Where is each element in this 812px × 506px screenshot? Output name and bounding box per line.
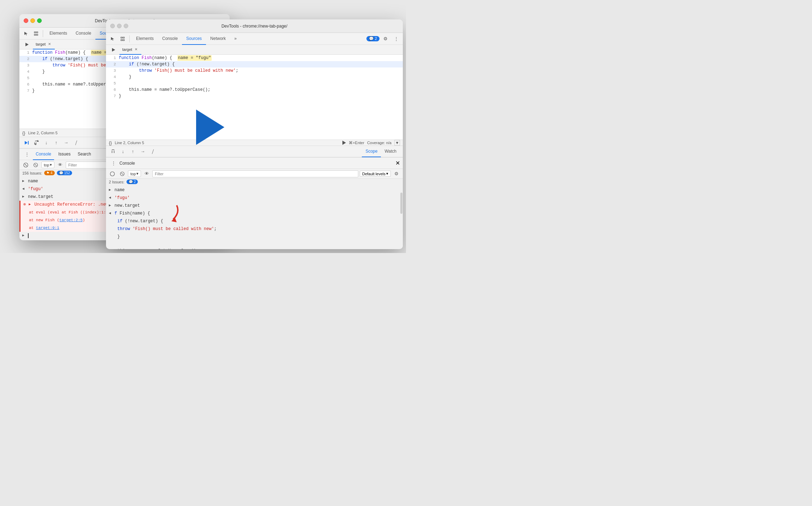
svg-rect-13 — [121, 37, 122, 38]
tab-bar-2: target ✕ — [106, 45, 403, 55]
run-icon-sm-2 — [342, 141, 346, 145]
cursor-icon-2[interactable] — [108, 34, 117, 43]
file-tab-close-2[interactable]: ✕ — [134, 47, 139, 52]
deactivate-icon-2[interactable]: ⧸ — [148, 147, 157, 156]
tab-console-1[interactable]: Console — [71, 28, 95, 40]
toolbar-right-2: 💬 2 ⚙ ⋮ — [366, 34, 401, 43]
status-bar-2: {} Line 2, Column 5 ⌘+Enter Coverage: n/… — [106, 140, 403, 146]
main-tabs-2: Elements Console Sources Network » — [132, 33, 366, 45]
clear-icon-1[interactable] — [22, 161, 30, 169]
info-badge-2: 💬 2 — [126, 180, 138, 184]
debug-tab-watch-2[interactable]: Watch — [381, 146, 400, 157]
step-into-icon-2[interactable]: ↓ — [119, 147, 127, 156]
svg-rect-2 — [34, 34, 36, 35]
debug-tab-scope-2[interactable]: Scope — [362, 146, 381, 157]
console-item-name-2: ▶ name — [106, 186, 403, 194]
coverage-2: Coverage: n/a — [367, 141, 392, 145]
curly-braces-icon-2: {} — [109, 140, 112, 146]
filter-icon-2[interactable]: ▼ — [394, 140, 400, 146]
close-button-1[interactable] — [24, 18, 28, 23]
step-icon[interactable]: → — [62, 139, 70, 147]
step-over-icon[interactable] — [32, 139, 41, 147]
top-dropdown-2[interactable]: top ▾ — [128, 170, 141, 177]
tab-search-1[interactable]: Search — [75, 149, 94, 160]
debug-toolbar-2: ↓ ↑ → ⧸ Scope Watch — [106, 146, 403, 157]
settings-icon-2[interactable]: ⚙ — [392, 170, 401, 178]
content-area-2: target ✕ 1 function Fish(name) { name = … — [106, 45, 403, 249]
maximize-button-2[interactable] — [124, 24, 128, 28]
tab-elements-2[interactable]: Elements — [132, 33, 158, 45]
devtools-window-2: DevTools - chrome://new-tab-page/ Elemen… — [106, 19, 403, 249]
tab-issues-1[interactable]: Issues — [55, 149, 73, 160]
cursor-icon[interactable] — [22, 29, 31, 38]
step-into-icon[interactable]: ↓ — [42, 139, 51, 147]
error-circle-icon: ⊗ — [23, 201, 26, 208]
dots-icon-2[interactable]: ⋮ — [392, 34, 401, 43]
drag-icon-1[interactable]: ⋮ — [22, 150, 31, 159]
scrollbar-thumb-2[interactable] — [400, 193, 402, 214]
deactivate-icon[interactable]: ⧸ — [72, 139, 80, 147]
block-icon-2[interactable] — [118, 170, 126, 178]
tab-elements-1[interactable]: Elements — [45, 28, 71, 40]
tab-sources-2[interactable]: Sources — [182, 33, 206, 45]
levels-dropdown-2[interactable]: Default levels ▾ — [360, 171, 391, 177]
svg-line-12 — [35, 164, 37, 166]
issues-summary-2: 2 Issues: 💬 2 — [106, 179, 403, 185]
top-label-2: top — [130, 172, 136, 176]
svg-marker-17 — [112, 48, 115, 52]
block-icon-1[interactable] — [31, 161, 40, 169]
window-title-2: DevTools - chrome://new-tab-page/ — [222, 24, 288, 29]
close-button-2[interactable] — [110, 24, 115, 28]
top-dropdown-1[interactable]: top ▾ — [41, 161, 54, 168]
tab-console-2[interactable]: Console — [158, 33, 182, 45]
filter-input-2[interactable] — [152, 170, 358, 177]
clear-icon-2[interactable] — [108, 170, 117, 178]
minimize-button-1[interactable] — [30, 18, 35, 23]
chat-badge-2: 💬 2 — [366, 36, 379, 41]
step-out-icon[interactable]: ↑ — [52, 139, 60, 147]
drag-icon-2[interactable]: ⋮ — [109, 159, 118, 168]
code-line-2-2: 2 if (!new.target) { — [106, 61, 403, 67]
console-title-2: Console — [119, 161, 135, 166]
curly-braces-icon: {} — [22, 130, 25, 136]
tab-network-2[interactable]: Network — [206, 33, 230, 45]
eye-icon-2[interactable]: 👁 — [142, 170, 151, 178]
levels-arrow-2: ▾ — [386, 171, 388, 176]
resume-icon[interactable] — [22, 139, 31, 147]
console-fn-line-4 — [106, 241, 403, 247]
run-icon-2[interactable] — [109, 45, 118, 54]
step-icon-2[interactable]: → — [139, 147, 147, 156]
svg-rect-14 — [123, 37, 124, 38]
step-over-icon-2[interactable] — [109, 147, 117, 156]
gear-icon-2[interactable]: ⚙ — [381, 34, 390, 43]
scrollbar-2[interactable] — [400, 185, 403, 249]
code-editor-2[interactable]: 1 function Fish(name) { name = "fugu" 2 … — [106, 55, 403, 140]
console-item-fugu-2: ◀ 'fugu' — [106, 194, 403, 202]
code-lines-2: 1 function Fish(name) { name = "fugu" 2 … — [106, 55, 403, 140]
blue-arrow — [196, 110, 224, 145]
minimize-button-2[interactable] — [117, 24, 122, 28]
tab-console-panel-1[interactable]: Console — [33, 149, 54, 160]
devtools-toolbar-2: Elements Console Sources Network » 💬 2 ⚙… — [106, 33, 403, 45]
inspect-icon-2[interactable] — [118, 34, 127, 43]
file-tab-target-2[interactable]: target ✕ — [119, 45, 141, 55]
eye-icon-1[interactable]: 👁 — [56, 161, 64, 169]
console-content-2: ▶ name ◀ 'fugu' ▶ new.target ◀ — [106, 185, 403, 249]
code-line-2-3: 3 throw 'Fish() must be called with new'… — [106, 67, 403, 74]
console-header-2: ⋮ Console ✕ — [106, 158, 403, 169]
run-icon-1[interactable] — [22, 40, 31, 49]
traffic-lights-1 — [24, 18, 42, 23]
svg-rect-1 — [36, 32, 38, 33]
inspect-icon[interactable] — [31, 29, 41, 38]
svg-rect-16 — [123, 40, 124, 41]
file-tab-target-1[interactable]: target ✕ — [33, 40, 55, 49]
console-close-2[interactable]: ✕ — [395, 160, 400, 166]
maximize-button-1[interactable] — [37, 18, 42, 23]
tab-more-2[interactable]: » — [230, 33, 241, 45]
svg-marker-4 — [25, 43, 29, 46]
toolbar-sep-1 — [43, 30, 43, 37]
svg-rect-0 — [34, 32, 36, 33]
step-out-icon-2[interactable]: ↑ — [129, 147, 137, 156]
console-fn-line-5: this.name = name?.toUpperCase(); — [106, 247, 403, 249]
file-tab-close-1[interactable]: ✕ — [47, 42, 52, 47]
